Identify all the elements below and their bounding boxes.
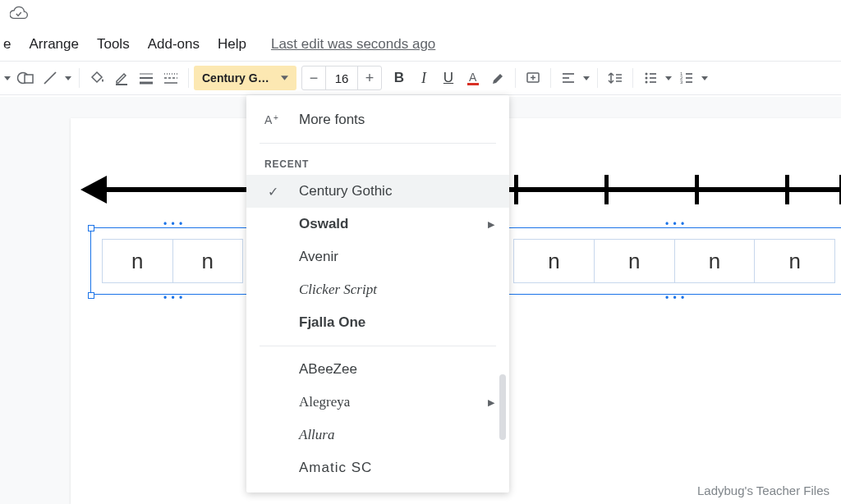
svg-point-22 — [646, 77, 648, 80]
selection-drag-dots[interactable]: • • • — [163, 292, 183, 304]
more-fonts-label: More fonts — [299, 112, 365, 128]
checkmark-icon: ✓ — [264, 184, 281, 199]
table-cell[interactable]: n — [173, 240, 243, 282]
divider — [260, 143, 496, 144]
menu-item-cutoff[interactable]: e — [3, 33, 19, 56]
shape-icon[interactable] — [13, 66, 38, 90]
recent-fonts-heading: RECENT — [246, 150, 509, 175]
numberline-tick — [604, 175, 609, 204]
submenu-arrow-icon: ▶ — [488, 219, 494, 230]
menu-item-tools[interactable]: Tools — [89, 33, 138, 56]
selection-handle[interactable] — [88, 292, 94, 299]
font-option[interactable]: Alegreya▶ — [246, 386, 509, 419]
table-cell[interactable]: n — [514, 240, 595, 282]
decrease-font-size-button[interactable]: − — [302, 70, 325, 87]
svg-text:A: A — [264, 113, 273, 126]
menubar: e Arrange Tools Add-ons Help Last edit w… — [0, 28, 841, 61]
font-option[interactable]: Avenir — [246, 241, 509, 273]
titlebar — [0, 0, 841, 28]
separator — [632, 68, 633, 88]
toolbar: Century Go… − 16 + B I U A 123 — [0, 62, 841, 94]
table[interactable]: nnnn — [513, 239, 835, 283]
font-option[interactable]: ✓Century Gothic — [246, 175, 509, 208]
menu-item-arrange[interactable]: Arrange — [21, 33, 86, 56]
font-option[interactable]: Allura — [246, 419, 509, 451]
font-family-selector[interactable]: Century Go… — [194, 66, 296, 90]
separator — [515, 68, 516, 88]
increase-font-size-button[interactable]: + — [358, 70, 381, 87]
cloud-saved-icon — [10, 5, 28, 23]
table-cell[interactable]: n — [755, 240, 834, 282]
border-color-icon[interactable] — [109, 66, 134, 90]
separator — [550, 68, 551, 88]
font-option-label: Alegreya — [299, 394, 350, 410]
svg-rect-3 — [116, 84, 127, 85]
menu-item-addons[interactable]: Add-ons — [140, 33, 208, 56]
font-option-label: Oswald — [299, 216, 348, 232]
bold-button[interactable]: B — [387, 66, 411, 90]
font-option-label: Clicker Script — [299, 282, 377, 298]
line-icon[interactable] — [38, 66, 62, 90]
selection-drag-dots[interactable]: • • • — [163, 218, 183, 230]
numberline-tick — [785, 175, 789, 204]
dropdown-icon[interactable] — [581, 76, 592, 80]
table-cell[interactable]: n — [595, 240, 675, 282]
dropdown-icon[interactable] — [663, 76, 674, 80]
font-option[interactable]: Fjalla One — [246, 306, 509, 339]
font-family-label: Century Go… — [202, 71, 274, 85]
table[interactable]: nn — [102, 239, 243, 283]
border-weight-icon[interactable] — [134, 66, 159, 90]
numberline-tick — [695, 175, 699, 204]
font-option-label: Avenir — [299, 249, 338, 265]
selection-drag-dots[interactable]: • • • — [665, 292, 685, 304]
font-option[interactable]: Amatic SC — [246, 451, 509, 484]
font-size-group: − 16 + — [301, 66, 382, 90]
border-dash-icon[interactable] — [159, 66, 183, 90]
svg-rect-11 — [467, 83, 479, 85]
more-fonts-icon: A+ — [264, 113, 281, 126]
edit-status-link[interactable]: Last edit was seconds ago — [271, 36, 435, 53]
selection-handle[interactable] — [88, 225, 94, 231]
font-option-label: Allura — [299, 427, 334, 443]
font-option[interactable]: Oswald▶ — [246, 208, 509, 241]
svg-rect-1 — [25, 75, 33, 83]
svg-point-21 — [646, 73, 648, 76]
watermark-text: Ladybug's Teacher Files — [697, 483, 830, 497]
numbered-list-button[interactable]: 123 — [674, 66, 699, 90]
font-option-label: Amatic SC — [299, 460, 372, 476]
align-button[interactable] — [556, 66, 581, 90]
italic-button[interactable]: I — [411, 66, 436, 90]
divider — [260, 346, 496, 346]
submenu-arrow-icon: ▶ — [488, 397, 494, 408]
svg-text:A: A — [469, 71, 477, 84]
separator — [79, 68, 80, 88]
table-cell[interactable]: n — [675, 240, 756, 282]
separator — [188, 68, 189, 88]
scrollbar-thumb[interactable] — [499, 374, 506, 440]
font-option[interactable]: ABeeZee — [246, 353, 509, 386]
dropdown-icon[interactable] — [699, 76, 710, 80]
font-size-input[interactable]: 16 — [325, 66, 358, 89]
fill-color-icon[interactable] — [85, 66, 109, 90]
underline-button[interactable]: U — [436, 66, 461, 90]
highlight-color-button[interactable] — [485, 66, 510, 90]
font-option[interactable]: Clicker Script — [246, 273, 509, 306]
bulleted-list-button[interactable] — [638, 66, 663, 90]
font-option-label: Fjalla One — [299, 314, 365, 331]
svg-text:3: 3 — [680, 80, 683, 85]
table-cell[interactable]: n — [103, 240, 173, 282]
dropdown-icon[interactable] — [2, 76, 13, 80]
selection-drag-dots[interactable]: • • • — [665, 218, 685, 230]
menu-item-help[interactable]: Help — [209, 33, 255, 56]
font-option-label: ABeeZee — [299, 361, 357, 378]
insert-comment-button[interactable] — [521, 66, 545, 90]
numberline-tick — [514, 175, 518, 204]
font-dropdown: A+ More fonts RECENT ✓Century GothicOswa… — [246, 95, 509, 493]
text-color-button[interactable]: A — [461, 66, 485, 90]
dropdown-icon[interactable] — [62, 76, 74, 80]
line-spacing-button[interactable] — [603, 66, 627, 90]
more-fonts-button[interactable]: A+ More fonts — [246, 103, 509, 136]
svg-text:+: + — [273, 113, 278, 122]
svg-line-2 — [44, 72, 56, 84]
font-option-label: Century Gothic — [299, 183, 392, 199]
